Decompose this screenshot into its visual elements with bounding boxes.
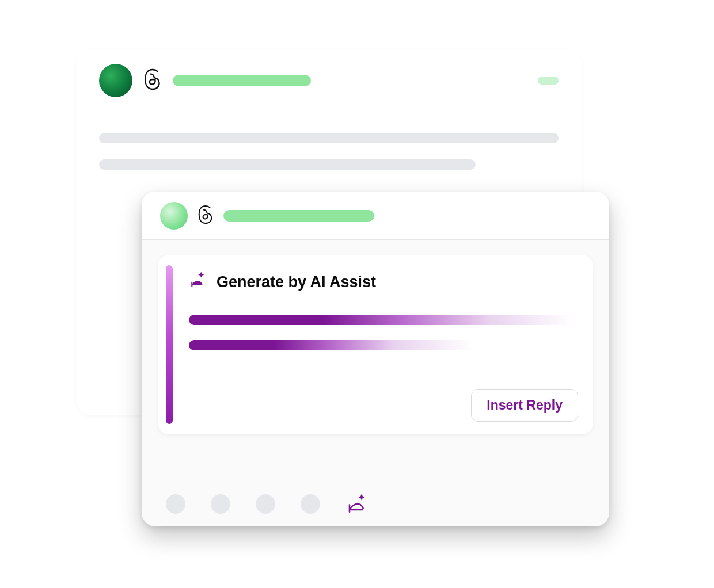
ai-assist-toolbar-icon[interactable] [345, 491, 370, 517]
content-placeholder-line [99, 159, 476, 170]
ai-assist-icon [189, 271, 208, 293]
ai-generated-line [189, 340, 473, 350]
content-placeholder-line [99, 133, 559, 143]
toolbar-action[interactable] [301, 494, 320, 514]
reply-card-front: Generate by AI Assist Insert Reply [142, 192, 609, 526]
status-pill [538, 77, 559, 85]
ai-accent-bar [166, 265, 173, 424]
avatar [99, 64, 132, 97]
toolbar-action[interactable] [211, 494, 230, 514]
svg-rect-0 [191, 281, 192, 287]
toolbar-action[interactable] [256, 494, 275, 514]
ai-assist-panel: Generate by AI Assist Insert Reply [158, 255, 593, 434]
author-name-placeholder [223, 210, 374, 222]
ai-generated-line [189, 315, 574, 325]
toolbar-action[interactable] [166, 494, 185, 514]
avatar [160, 202, 188, 230]
post-body [76, 112, 582, 190]
reply-header [142, 192, 609, 240]
insert-reply-button[interactable]: Insert Reply [471, 389, 578, 422]
threads-icon [143, 68, 162, 93]
ai-panel-title: Generate by AI Assist [217, 273, 376, 291]
author-name-placeholder [173, 75, 311, 86]
post-header [76, 49, 582, 112]
threads-icon [197, 205, 214, 227]
compose-toolbar [142, 482, 609, 526]
